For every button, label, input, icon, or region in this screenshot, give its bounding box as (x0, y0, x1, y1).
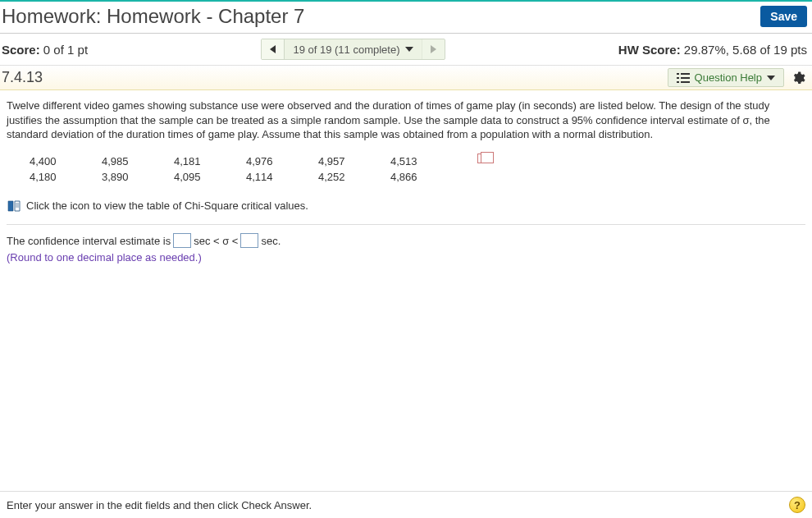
data-cell: 4,866 (390, 169, 463, 186)
svg-rect-4 (677, 81, 679, 83)
question-bar: 7.4.13 Question Help (0, 66, 812, 90)
list-icon (677, 73, 690, 83)
book-icon[interactable] (7, 199, 21, 213)
svg-rect-2 (677, 77, 679, 79)
svg-rect-1 (681, 73, 690, 75)
answer-unit2: sec. (261, 234, 281, 249)
chevron-down-icon (405, 47, 413, 52)
hw-score-label: HW Score: (618, 43, 681, 57)
svg-rect-3 (681, 77, 690, 79)
footer-bar: Enter your answer in the edit fields and… (0, 491, 812, 518)
settings-button[interactable] (789, 69, 807, 87)
footer-instruction: Enter your answer in the edit fields and… (7, 499, 312, 511)
question-progress-dropdown[interactable]: 19 of 19 (11 complete) (285, 39, 421, 59)
data-table: 4,400 4,985 4,181 4,976 4,957 4,513 4,18… (30, 154, 805, 186)
data-cell: 4,976 (246, 154, 318, 170)
problem-text: Twelve different video games showing sub… (7, 99, 805, 142)
question-content: Twelve different video games showing sub… (0, 90, 812, 273)
data-cell: 4,957 (318, 154, 390, 170)
question-nav: 19 of 19 (11 complete) (261, 39, 445, 60)
svg-rect-5 (681, 81, 690, 83)
answer-line: The confidence interval estimate is sec … (7, 233, 805, 248)
hw-score-value: 29.87%, 5.68 of 19 pts (684, 43, 807, 57)
answer-prefix: The confidence interval estimate is (7, 234, 171, 249)
data-cell: 4,180 (30, 169, 102, 186)
gear-icon (791, 71, 805, 85)
answer-unit1: sec < σ < (194, 234, 238, 249)
table-row: 4,400 4,985 4,181 4,976 4,957 4,513 (30, 154, 805, 170)
header-bar: Homework: Homework - Chapter 7 Save (0, 0, 812, 34)
question-number: 7.4.13 (0, 69, 43, 86)
score-bar: Score: 0 of 1 pt 19 of 19 (11 complete) … (0, 34, 812, 66)
copy-data-icon[interactable] (477, 154, 489, 163)
data-cell: 4,985 (102, 154, 174, 170)
table-row: 4,180 3,890 4,095 4,114 4,252 4,866 (30, 169, 805, 186)
svg-rect-0 (677, 73, 679, 75)
data-cell: 4,181 (174, 154, 246, 170)
lower-bound-input[interactable] (173, 233, 191, 248)
arrow-right-icon (431, 45, 436, 53)
divider (7, 224, 805, 225)
data-cell: 4,400 (30, 154, 102, 170)
prev-question-button[interactable] (262, 39, 285, 59)
page-title: Homework: Homework - Chapter 7 (2, 5, 304, 28)
score-text: Score: 0 of 1 pt (2, 43, 88, 57)
next-question-button (422, 39, 445, 59)
data-cell: 4,114 (246, 169, 318, 186)
question-help-button[interactable]: Question Help (668, 68, 784, 87)
question-mark-icon: ? (794, 499, 801, 511)
rounding-note: (Round to one decimal place as needed.) (7, 250, 805, 265)
hw-score-text: HW Score: 29.87%, 5.68 of 19 pts (618, 43, 807, 57)
help-button[interactable]: ? (789, 497, 805, 513)
chevron-down-icon (767, 76, 775, 80)
arrow-left-icon (270, 45, 276, 53)
data-cell: 4,252 (318, 169, 390, 186)
data-cell: 4,095 (174, 169, 246, 186)
chi-square-link-row: Click the icon to view the table of Chi-… (7, 199, 805, 213)
score-value: 0 of 1 pt (43, 43, 88, 57)
upper-bound-input[interactable] (240, 233, 258, 248)
chi-square-link-text[interactable]: Click the icon to view the table of Chi-… (26, 199, 308, 213)
question-help-label: Question Help (695, 71, 762, 84)
score-label: Score: (2, 43, 40, 57)
question-progress-label: 19 of 19 (11 complete) (293, 44, 399, 56)
save-button[interactable]: Save (760, 6, 807, 27)
data-cell: 3,890 (102, 169, 174, 186)
data-cell: 4,513 (390, 154, 463, 170)
